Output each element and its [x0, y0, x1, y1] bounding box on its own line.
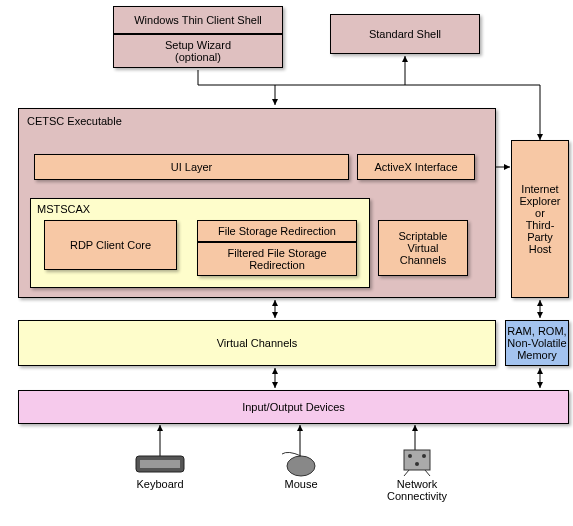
virtual-channels: Virtual Channels	[18, 320, 496, 366]
keyboard-label: Keyboard	[132, 478, 188, 490]
windows-thin-client-shell: Windows Thin Client Shell	[113, 6, 283, 34]
io-label: Input/Output Devices	[242, 401, 345, 413]
network-icon	[400, 446, 434, 478]
keyboard-icon	[132, 448, 188, 476]
mouse-icon	[278, 448, 324, 478]
mouse-label: Mouse	[278, 478, 324, 490]
cetsc-title: CETSC Executable	[27, 115, 122, 127]
file-storage-redirection: File Storage Redirection	[197, 220, 357, 242]
filtered-file-storage-redirection: Filtered File Storage Redirection	[197, 242, 357, 276]
ram-rom-memory: RAM, ROM, Non-Volatile Memory	[505, 320, 569, 366]
svg-rect-24	[404, 450, 430, 470]
svg-line-26	[425, 470, 430, 476]
mstscax-title: MSTSCAX	[37, 203, 90, 215]
scriptable-label: Scriptable Virtual Channels	[399, 230, 448, 266]
file-redir-label: File Storage Redirection	[218, 225, 336, 237]
svg-point-23	[287, 456, 315, 476]
standard-shell: Standard Shell	[330, 14, 480, 54]
activex-interface: ActiveX Interface	[357, 154, 475, 180]
rdp-client-core: RDP Client Core	[44, 220, 177, 270]
standard-label: Standard Shell	[369, 28, 441, 40]
rdp-core-label: RDP Client Core	[70, 239, 151, 251]
svg-rect-22	[140, 460, 180, 468]
ram-label: RAM, ROM, Non-Volatile Memory	[507, 325, 566, 361]
filtered-redir-label: Filtered File Storage Redirection	[227, 247, 326, 271]
ie-label: Internet Explorer or Third- Party Host	[520, 183, 561, 255]
setup-label: Setup Wizard (optional)	[165, 39, 231, 63]
activex-label: ActiveX Interface	[374, 161, 457, 173]
svg-point-29	[415, 462, 419, 466]
svg-point-27	[408, 454, 412, 458]
scriptable-virtual-channels: Scriptable Virtual Channels	[378, 220, 468, 276]
svg-line-25	[404, 470, 409, 476]
internet-explorer-host: Internet Explorer or Third- Party Host	[511, 140, 569, 298]
io-devices: Input/Output Devices	[18, 390, 569, 424]
ui-layer-label: UI Layer	[171, 161, 213, 173]
network-label: Network Connectivity	[384, 478, 450, 502]
setup-wizard: Setup Wizard (optional)	[113, 34, 283, 68]
svg-point-28	[422, 454, 426, 458]
wtcs-label: Windows Thin Client Shell	[134, 14, 262, 26]
virtual-channels-label: Virtual Channels	[217, 337, 298, 349]
ui-layer: UI Layer	[34, 154, 349, 180]
